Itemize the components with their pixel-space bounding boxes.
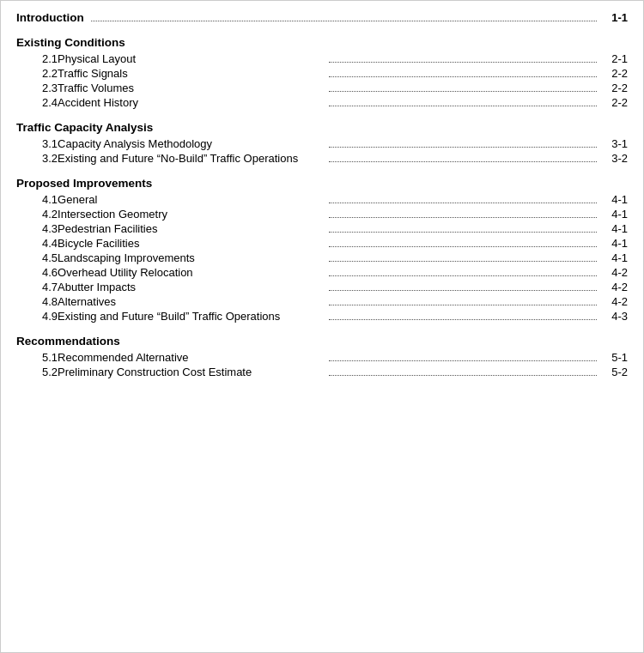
dots-4-4: [329, 246, 597, 247]
dots-4-8: [329, 305, 597, 305]
introduction-title: Introduction: [16, 11, 84, 24]
toc-row-2-1: 2.1 Physical Layout 2-1: [16, 52, 628, 65]
section-label-2-3: Traffic Volumes: [58, 82, 325, 94]
section-number-4-8: 4.8: [16, 295, 58, 308]
dots-3-2: [329, 161, 597, 162]
section-number-5-1: 5.1: [16, 351, 58, 364]
dots-4-6: [329, 275, 597, 276]
section-number-4-7: 4.7: [16, 281, 58, 293]
toc-row-2-3: 2.3 Traffic Volumes 2-2: [16, 82, 628, 94]
page-4-3: 4-1: [600, 222, 628, 235]
page-2-2: 2-2: [600, 67, 628, 80]
section-label-2-2: Traffic Signals: [58, 67, 325, 80]
dots-4-9: [329, 319, 597, 320]
section-label-5-2: Preliminary Construction Cost Estimate: [58, 366, 325, 378]
dots-4-3: [329, 232, 597, 233]
section-number-5-2: 5.2: [16, 366, 58, 378]
dots-3-1: [329, 147, 597, 148]
page-4-1: 4-1: [600, 193, 628, 206]
section-label-4-9: Existing and Future “Build” Traffic Oper…: [58, 310, 325, 323]
section-label-4-3: Pedestrian Facilities: [58, 222, 325, 235]
toc-row-4-8: 4.8 Alternatives 4-2: [16, 295, 628, 308]
introduction-page: 1-1: [600, 11, 628, 24]
dots-2-4: [329, 106, 597, 106]
page-2-4: 2-2: [600, 96, 628, 109]
toc-row-4-4: 4.4 Bicycle Facilities 4-1: [16, 237, 628, 250]
toc-row-4-5: 4.5 Landscaping Improvements 4-1: [16, 251, 628, 264]
toc-row-4-3: 4.3 Pedestrian Facilities 4-1: [16, 222, 628, 235]
dots-5-1: [329, 360, 597, 361]
section-number-2-4: 2.4: [16, 96, 58, 109]
section-number-3-1: 3.1: [16, 137, 58, 150]
toc-row-3-2: 3.2 Existing and Future “No-Build” Traff…: [16, 152, 628, 165]
toc-row-4-9: 4.9 Existing and Future “Build” Traffic …: [16, 310, 628, 323]
existing-conditions-heading: Existing Conditions: [16, 36, 628, 49]
toc-row-2-2: 2.2 Traffic Signals 2-2: [16, 67, 628, 80]
section-label-4-2: Intersection Geometry: [58, 208, 325, 221]
page-2-1: 2-1: [600, 52, 628, 65]
section-label-2-1: Physical Layout: [58, 52, 325, 65]
dots-4-5: [329, 261, 597, 262]
dots-2-3: [329, 91, 597, 92]
dots-4-7: [329, 290, 597, 291]
toc-page: Introduction 1-1 Existing Conditions 2.1…: [0, 0, 644, 653]
section-label-3-1: Capacity Analysis Methodology: [58, 137, 325, 150]
dots-5-2: [329, 375, 597, 376]
section-number-2-1: 2.1: [16, 52, 58, 65]
traffic-capacity-heading: Traffic Capacity Analysis: [16, 121, 628, 134]
page-4-7: 4-2: [600, 281, 628, 293]
section-number-4-6: 4.6: [16, 266, 58, 279]
dots-2-2: [329, 76, 597, 77]
section-label-4-8: Alternatives: [58, 295, 325, 308]
page-3-1: 3-1: [600, 137, 628, 150]
introduction-dots: [91, 21, 597, 21]
toc-row-5-2: 5.2 Preliminary Construction Cost Estima…: [16, 366, 628, 378]
toc-row-4-1: 4.1 General 4-1: [16, 193, 628, 206]
section-label-2-4: Accident History: [58, 96, 325, 109]
section-number-2-3: 2.3: [16, 82, 58, 94]
section-number-4-9: 4.9: [16, 310, 58, 323]
section-label-3-2: Existing and Future “No-Build” Traffic O…: [58, 152, 325, 165]
page-2-3: 2-2: [600, 82, 628, 94]
section-number-4-4: 4.4: [16, 237, 58, 250]
section-label-4-1: General: [58, 193, 325, 206]
toc-row-4-2: 4.2 Intersection Geometry 4-1: [16, 208, 628, 221]
section-number-4-2: 4.2: [16, 208, 58, 221]
toc-introduction-entry: Introduction 1-1: [16, 11, 628, 24]
dots-4-2: [329, 217, 597, 218]
page-4-5: 4-1: [600, 251, 628, 264]
toc-row-3-1: 3.1 Capacity Analysis Methodology 3-1: [16, 137, 628, 150]
section-number-2-2: 2.2: [16, 67, 58, 80]
toc-row-2-4: 2.4 Accident History 2-2: [16, 96, 628, 109]
page-4-6: 4-2: [600, 266, 628, 279]
section-label-4-5: Landscaping Improvements: [58, 251, 325, 264]
toc-row-4-6: 4.6 Overhead Utility Relocation 4-2: [16, 266, 628, 279]
section-number-3-2: 3.2: [16, 152, 58, 165]
page-5-1: 5-1: [600, 351, 628, 364]
section-number-4-5: 4.5: [16, 251, 58, 264]
section-label-4-6: Overhead Utility Relocation: [58, 266, 325, 279]
toc-row-4-7: 4.7 Abutter Impacts 4-2: [16, 281, 628, 293]
proposed-improvements-heading: Proposed Improvements: [16, 177, 628, 190]
page-4-2: 4-1: [600, 208, 628, 221]
toc-row-5-1: 5.1 Recommended Alternative 5-1: [16, 351, 628, 364]
dots-2-1: [329, 62, 597, 63]
page-5-2: 5-2: [600, 366, 628, 378]
page-3-2: 3-2: [600, 152, 628, 165]
section-number-4-3: 4.3: [16, 222, 58, 235]
section-number-4-1: 4.1: [16, 193, 58, 206]
page-4-4: 4-1: [600, 237, 628, 250]
page-4-9: 4-3: [600, 310, 628, 323]
page-4-8: 4-2: [600, 295, 628, 308]
recommendations-heading: Recommendations: [16, 335, 628, 348]
section-label-5-1: Recommended Alternative: [58, 351, 325, 364]
section-label-4-7: Abutter Impacts: [58, 281, 325, 293]
section-label-4-4: Bicycle Facilities: [58, 237, 325, 250]
dots-4-1: [329, 203, 597, 203]
